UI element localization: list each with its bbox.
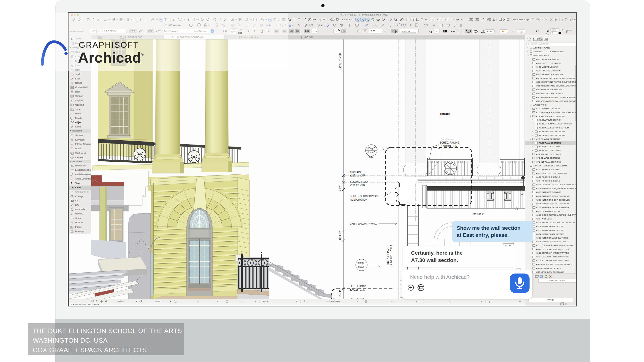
- svg-text:±200.25' V.I.F.: ±200.25' V.I.F.: [350, 288, 365, 291]
- svg-text:#DrgID: #DrgID: [357, 262, 366, 264]
- svg-text:267/858: 267/858: [116, 300, 124, 303]
- svg-text:RESTORATION: RESTORATION: [350, 198, 367, 201]
- svg-text:16'-4 1/2": 16'-4 1/2": [338, 230, 341, 240]
- svg-text:SCHED. GFRC CORNICE: SCHED. GFRC CORNICE: [350, 195, 379, 198]
- svg-text:(EXIST. OPG. - V.I.F.): (EXIST. OPG. - V.I.F.): [389, 245, 392, 267]
- svg-text:#DrgID: #DrgID: [367, 147, 375, 150]
- svg-text:Go: Go: [487, 18, 490, 21]
- svg-text:A1: A1: [72, 187, 74, 188]
- svg-text:Unlock: Unlock: [574, 18, 576, 21]
- svg-text:Custom: Custom: [262, 300, 269, 303]
- svg-text:1:1: 1:1: [240, 300, 243, 303]
- svg-text:[3D / All]: [3D / All]: [305, 36, 313, 38]
- svg-text:Quick Preview: Quick Preview: [441, 138, 454, 141]
- svg-text:±216.62' V.I.F.: ±216.62' V.I.F.: [350, 184, 365, 187]
- svg-text:SCHED. RAILING: SCHED. RAILING: [440, 141, 459, 144]
- svg-text:Terrace: Terrace: [440, 112, 450, 116]
- svg-text:Apt: Apt: [449, 300, 452, 303]
- svg-text:2'-2 1/2": 2'-2 1/2": [338, 288, 341, 297]
- svg-text:CGS-Printing: CGS-Printing: [327, 300, 340, 303]
- svg-text:Fit: Fit: [197, 300, 199, 303]
- svg-text:SIM.: SIM.: [369, 156, 374, 159]
- svg-text:#LayID: #LayID: [367, 151, 375, 154]
- svg-text:SECOND FLOOR: SECOND FLOOR: [350, 180, 369, 183]
- svg-text:9 1/2": 9 1/2": [338, 185, 341, 191]
- svg-text:#LayID: #LayID: [357, 266, 366, 268]
- svg-text:±217.42' V.I.F.: ±217.42' V.I.F.: [350, 174, 365, 177]
- svg-text:FIRST FLOOR: FIRST FLOOR: [350, 285, 366, 288]
- svg-text:Apt: Apt: [391, 300, 394, 303]
- svg-text:Settings: Settings: [342, 18, 350, 21]
- svg-text:SCHED. O: SCHED. O: [472, 213, 484, 216]
- svg-text:Suspend Groups: Suspend Groups: [513, 18, 530, 21]
- svg-text:EXIST MASONRY WALL: EXIST MASONRY WALL: [350, 222, 377, 225]
- svg-text:TERRACE: TERRACE: [350, 171, 361, 174]
- svg-text:RESTORATION: RESTORATION: [440, 145, 457, 148]
- svg-text:α: α: [483, 31, 484, 32]
- svg-text:±36'-5 1/2" V.I.F.: ±36'-5 1/2" V.I.F.: [339, 53, 342, 70]
- svg-text:118%: 118%: [155, 300, 160, 303]
- svg-text:±13'-7 3/4" M.O.: ±13'-7 3/4" M.O.: [386, 248, 389, 265]
